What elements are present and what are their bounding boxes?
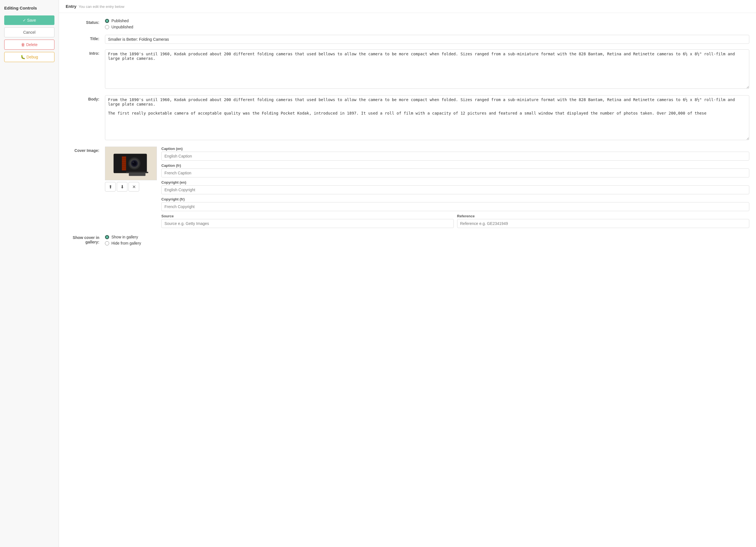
download-button[interactable]: ⬇ bbox=[117, 182, 127, 191]
gallery-row: Show cover in gallery: Show in gallery H… bbox=[66, 233, 749, 245]
remove-image-button[interactable]: ✕ bbox=[129, 182, 139, 191]
cancel-button[interactable]: Cancel bbox=[4, 27, 54, 37]
hide-from-gallery-option[interactable]: Hide from gallery bbox=[105, 241, 749, 245]
status-row: Status: Published Unpublished bbox=[66, 19, 749, 29]
title-input[interactable] bbox=[105, 35, 749, 44]
intro-control bbox=[105, 49, 749, 90]
svg-point-14 bbox=[132, 161, 137, 166]
status-label: Status: bbox=[66, 19, 105, 25]
show-in-gallery-radio[interactable] bbox=[105, 235, 109, 239]
hide-from-gallery-label: Hide from gallery bbox=[111, 241, 141, 245]
title-control bbox=[105, 35, 749, 44]
intro-textarea[interactable] bbox=[105, 49, 749, 89]
show-in-gallery-label: Show in gallery bbox=[111, 235, 138, 239]
copyright-en-label: Copyright (en) bbox=[161, 180, 749, 184]
svg-rect-16 bbox=[126, 172, 148, 173]
sidebar-title: Editing Controls bbox=[4, 6, 54, 10]
source-field: Source bbox=[161, 214, 454, 228]
entry-header-title: Entry bbox=[66, 4, 76, 9]
entry-header-subtitle: You can edit the entry below bbox=[79, 4, 124, 9]
source-label: Source bbox=[161, 214, 454, 218]
caption-fr-input[interactable] bbox=[161, 168, 749, 177]
entry-header: Entry You can edit the entry below bbox=[59, 0, 756, 13]
intro-label: Intro: bbox=[66, 49, 105, 56]
image-preview bbox=[105, 146, 157, 180]
source-reference-row: Source Reference bbox=[161, 214, 749, 228]
copyright-fr-field: Copyright (fr) bbox=[161, 197, 749, 211]
svg-point-15 bbox=[133, 162, 134, 163]
intro-row: Intro: bbox=[66, 49, 749, 90]
copyright-en-field: Copyright (en) bbox=[161, 180, 749, 194]
status-control: Published Unpublished bbox=[105, 19, 749, 29]
cover-image-area: ⬆ ⬇ ✕ bbox=[105, 146, 749, 228]
caption-en-input[interactable] bbox=[161, 152, 749, 161]
svg-rect-17 bbox=[129, 173, 145, 176]
caption-en-label: Caption (en) bbox=[161, 146, 749, 151]
sidebar: Editing Controls ✓ Save Cancel 🗑 Delete … bbox=[0, 0, 59, 547]
copyright-en-input[interactable] bbox=[161, 185, 749, 194]
reference-label: Reference bbox=[457, 214, 750, 218]
status-unpublished-option[interactable]: Unpublished bbox=[105, 25, 749, 29]
status-unpublished-radio[interactable] bbox=[105, 25, 109, 29]
status-unpublished-label: Unpublished bbox=[111, 25, 133, 29]
status-published-radio[interactable] bbox=[105, 19, 109, 23]
caption-en-field: Caption (en) bbox=[161, 146, 749, 161]
caption-fr-field: Caption (fr) bbox=[161, 163, 749, 177]
show-in-gallery-option[interactable]: Show in gallery bbox=[105, 235, 749, 239]
camera-image bbox=[105, 146, 157, 180]
body-label: Body: bbox=[66, 95, 105, 101]
image-upload-block: ⬆ ⬇ ✕ bbox=[105, 146, 157, 191]
reference-field: Reference bbox=[457, 214, 750, 228]
image-fields: Caption (en) Caption (fr) Copyright (en) bbox=[161, 146, 749, 228]
copyright-fr-input[interactable] bbox=[161, 202, 749, 211]
save-button[interactable]: ✓ Save bbox=[4, 15, 54, 25]
image-actions: ⬆ ⬇ ✕ bbox=[105, 182, 157, 191]
gallery-radio-group: Show in gallery Hide from gallery bbox=[105, 233, 749, 245]
download-icon: ⬇ bbox=[120, 184, 124, 189]
gallery-control: Show in gallery Hide from gallery bbox=[105, 233, 749, 245]
cover-image-label: Cover Image: bbox=[66, 146, 105, 153]
upload-button[interactable]: ⬆ bbox=[105, 182, 116, 191]
cover-image-control: ⬆ ⬇ ✕ bbox=[105, 146, 749, 228]
source-input[interactable] bbox=[161, 219, 454, 228]
title-row: Title: bbox=[66, 35, 749, 44]
body-textarea[interactable] bbox=[105, 95, 749, 140]
status-radio-group: Published Unpublished bbox=[105, 19, 749, 29]
cover-image-row: Cover Image: bbox=[66, 146, 749, 228]
status-published-label: Published bbox=[111, 19, 129, 23]
caption-fr-label: Caption (fr) bbox=[161, 163, 749, 168]
upload-icon: ⬆ bbox=[109, 184, 112, 189]
reference-input[interactable] bbox=[457, 219, 750, 228]
gallery-label: Show cover in gallery: bbox=[66, 233, 105, 244]
delete-button[interactable]: 🗑 Delete bbox=[4, 40, 54, 50]
debug-button[interactable]: 🐛 Debug bbox=[4, 52, 54, 62]
remove-icon: ✕ bbox=[132, 184, 136, 189]
hide-from-gallery-radio[interactable] bbox=[105, 241, 109, 245]
body-row: Body: bbox=[66, 95, 749, 141]
form-body: Status: Published Unpublished bbox=[59, 13, 756, 256]
body-control bbox=[105, 95, 749, 141]
status-published-option[interactable]: Published bbox=[105, 19, 749, 23]
title-label: Title: bbox=[66, 35, 105, 41]
main-content: Entry You can edit the entry below Statu… bbox=[59, 0, 756, 547]
copyright-fr-label: Copyright (fr) bbox=[161, 197, 749, 201]
